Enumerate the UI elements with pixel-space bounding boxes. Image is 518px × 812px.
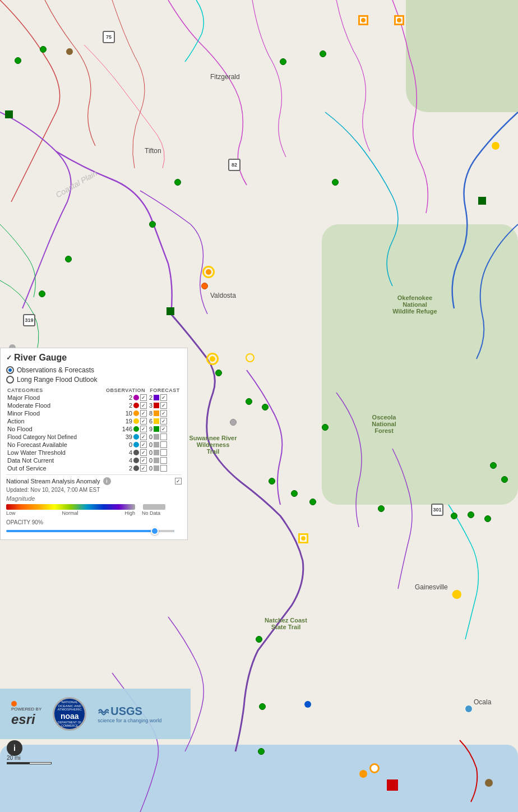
color-bar-container: Low Normal High No Data [6, 504, 182, 516]
marker-dark-green-sq-2[interactable] [478, 197, 486, 205]
marker-orange-1[interactable] [201, 283, 208, 289]
marker-green-17[interactable] [484, 515, 491, 522]
marker-yellow-circle-3[interactable] [246, 353, 255, 362]
fc-check-datanot[interactable] [160, 457, 167, 464]
obs-check-noforecast[interactable] [140, 441, 147, 448]
usgs-wave-icon [98, 705, 109, 717]
row-major-flood: Major Flood 2 2 [6, 394, 182, 402]
marker-green-4[interactable] [174, 179, 181, 186]
opacity-slider[interactable] [6, 527, 174, 535]
marker-green-3[interactable] [40, 46, 47, 53]
marker-green-18[interactable] [501, 476, 508, 483]
fc-check-major[interactable] [160, 394, 167, 401]
marker-green-24[interactable] [322, 424, 329, 431]
nsaa-check[interactable] [175, 478, 182, 485]
fc-check-noflood[interactable] [160, 426, 167, 432]
col-header-category: CATEGORIES [6, 387, 103, 394]
marker-orange-sq-2[interactable] [394, 15, 404, 25]
marker-green-25[interactable] [320, 50, 326, 57]
marker-green-5[interactable] [149, 221, 156, 228]
marker-gray-1[interactable] [230, 419, 237, 426]
fc-check-noforecast[interactable] [160, 441, 167, 448]
obs-data-not-current: 4 [103, 456, 148, 464]
radio-obs-forecast[interactable]: Observations & Forecasts [6, 366, 182, 374]
marker-green-14[interactable] [378, 505, 385, 512]
col-header-forecast: FORECAST [148, 387, 182, 394]
marker-green-16[interactable] [468, 511, 474, 518]
marker-green-2[interactable] [15, 57, 21, 64]
opacity-thumb[interactable] [151, 527, 159, 535]
marker-green-1[interactable] [280, 58, 286, 65]
fc-check-lowwater[interactable] [160, 449, 167, 456]
obs-check-datanot[interactable] [140, 457, 147, 464]
opacity-track-filled [6, 530, 174, 532]
obs-check-lowwater[interactable] [140, 449, 147, 456]
marker-yellow-dot-2[interactable] [452, 591, 460, 598]
radio-long-range[interactable]: Long Range Flood Outlook [6, 376, 182, 384]
no-data-bar [143, 504, 165, 510]
marker-yellow-dot-1[interactable] [492, 142, 499, 150]
marker-green-22[interactable] [332, 179, 339, 186]
marker-green-8[interactable] [215, 370, 222, 376]
marker-green-19[interactable] [256, 636, 262, 643]
fc-check-action[interactable] [160, 418, 167, 425]
obs-check-notdefined[interactable] [140, 433, 147, 440]
obs-check-outofservice[interactable] [140, 465, 147, 472]
nsaa-info-icon[interactable]: i [103, 477, 111, 485]
info-button[interactable]: i [7, 740, 22, 756]
marker-blue-dot-1[interactable] [304, 701, 311, 708]
marker-dark-green-sq-1[interactable] [5, 110, 13, 118]
marker-orange-circle-bottom-1[interactable] [369, 763, 380, 773]
row-action: Action 19 6 [6, 417, 182, 425]
obs-check-moderate[interactable] [140, 402, 147, 409]
marker-orange-sq-1[interactable] [358, 15, 368, 25]
esri-dot [11, 701, 17, 707]
scale-white-segment [29, 762, 52, 764]
marker-brown-1[interactable] [66, 48, 73, 55]
obs-check-minor[interactable] [140, 410, 147, 417]
row-moderate-flood: Moderate Flood 2 3 [6, 402, 182, 409]
fc-check-outofservice[interactable] [160, 465, 167, 472]
marker-green-21[interactable] [258, 748, 265, 755]
highway-301: 301 [431, 504, 443, 516]
marker-green-12[interactable] [291, 490, 298, 497]
obs-check-noflood[interactable] [140, 426, 147, 432]
opacity-label: OPACITY 90% [6, 519, 182, 525]
row-no-forecast: No Forecast Available 0 0 [6, 441, 182, 449]
marker-brown-2[interactable] [485, 779, 493, 787]
marker-red-sq-1[interactable] [387, 779, 398, 791]
obs-check-action[interactable] [140, 418, 147, 425]
marker-green-20[interactable] [259, 703, 266, 710]
logos-panel: POWERED BY esri NATIONAL OCEANIC AND ATM… [0, 689, 191, 739]
marker-green-23[interactable] [490, 462, 497, 469]
obs-check-major[interactable] [140, 394, 147, 401]
fc-no-flood: 9 [148, 425, 182, 433]
marker-green-10[interactable] [262, 404, 269, 410]
marker-yellow-circle-1[interactable] [202, 266, 215, 278]
nsaa-row: National Stream Analysis Anomaly i [6, 477, 182, 485]
scale-line [7, 762, 52, 764]
fc-no-forecast: 0 [148, 441, 182, 449]
marker-blue-dot-2[interactable] [465, 705, 473, 713]
marker-yellow-circle-2[interactable] [206, 353, 219, 365]
marker-orange-circle-bottom-2[interactable] [359, 770, 367, 778]
usgs-tagline: science for a changing world [98, 718, 161, 723]
fc-check-minor[interactable] [160, 410, 167, 417]
fc-check-moderate[interactable] [160, 402, 167, 409]
marker-dark-green-sq-3[interactable] [166, 307, 174, 315]
marker-green-15[interactable] [451, 513, 457, 519]
marker-green-6[interactable] [65, 256, 72, 262]
highway-82: 82 [228, 159, 240, 171]
color-bar-labels: Low Normal High [6, 510, 135, 516]
marker-green-11[interactable] [269, 478, 275, 485]
marker-yellow-sq-1[interactable] [298, 533, 308, 543]
fc-check-notdefined[interactable] [160, 433, 167, 440]
row-low-water: Low Water Threshold 4 0 [6, 449, 182, 456]
cat-low-water: Low Water Threshold [6, 449, 103, 456]
marker-green-7[interactable] [39, 290, 45, 297]
opacity-section: OPACITY 90% [6, 519, 182, 535]
fc-moderate-flood: 3 [148, 402, 182, 409]
marker-green-9[interactable] [246, 398, 252, 405]
scale-black-segment [7, 762, 29, 764]
marker-green-13[interactable] [309, 499, 316, 505]
